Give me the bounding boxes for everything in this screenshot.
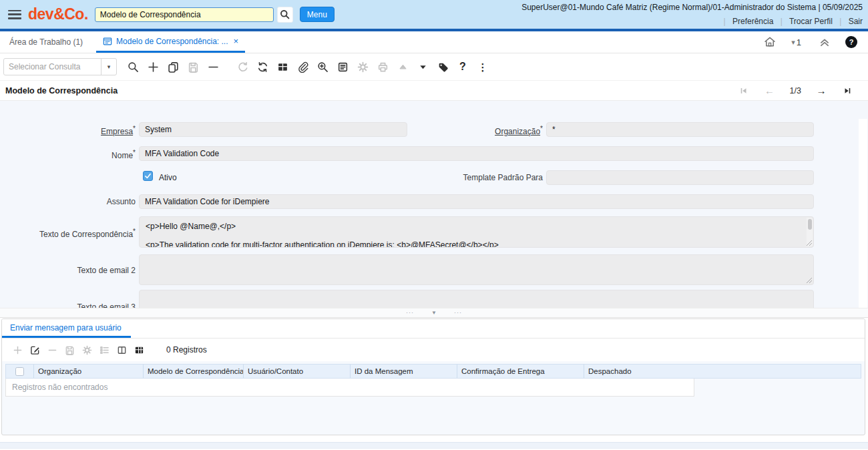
- grid-toggle-button[interactable]: [274, 59, 290, 75]
- find-record-button[interactable]: [125, 59, 141, 75]
- delete-record-button[interactable]: [205, 59, 221, 75]
- parent-record-button[interactable]: [395, 59, 411, 75]
- column-header[interactable]: Modelo de Correspondência: [144, 365, 244, 378]
- organizacao-label: Organização*: [409, 125, 543, 136]
- collapse-header-button[interactable]: [819, 36, 831, 48]
- preference-link[interactable]: Preferência: [732, 17, 773, 26]
- menu-button[interactable]: Menu: [300, 7, 335, 22]
- tab-label: Modelo de Correspondência: ...: [116, 37, 228, 46]
- chevron-down-icon[interactable]: ▾: [101, 59, 116, 75]
- resize-grip-icon[interactable]: [807, 278, 812, 283]
- previous-record-button[interactable]: ←: [764, 85, 776, 95]
- kebab-icon: ⋮: [478, 62, 488, 72]
- empty-grid-message: Registros não encontrados: [5, 379, 694, 397]
- home-icon: [763, 35, 777, 49]
- print-button[interactable]: [375, 59, 391, 75]
- splitter-dots-icon: ···: [406, 310, 414, 316]
- triangle-down-icon: [418, 62, 428, 72]
- attachment-button[interactable]: [294, 59, 310, 75]
- record-pagination: ← 1/3 →: [738, 85, 853, 95]
- template-padrao-field[interactable]: [546, 170, 814, 185]
- query-select[interactable]: Selecionar Consulta ▾: [3, 58, 117, 75]
- page-title: Modelo de Correspondência: [5, 86, 118, 95]
- copy-icon: [168, 61, 179, 73]
- copy-record-button[interactable]: [165, 59, 181, 75]
- assunto-field[interactable]: MFA Validation Code for iDempiere: [139, 194, 814, 209]
- empresa-field[interactable]: System: [139, 122, 407, 137]
- toggle-grid-button[interactable]: [133, 344, 145, 356]
- undo-button[interactable]: [234, 59, 250, 75]
- paperclip-icon: [297, 61, 308, 73]
- chat-log-button[interactable]: [335, 59, 351, 75]
- change-role-link[interactable]: Trocar Perfil: [789, 17, 833, 26]
- ativo-checkbox[interactable]: [143, 171, 153, 181]
- desktop-tabbar: Área de Trabalho (1) Modelo de Correspon…: [0, 31, 868, 53]
- first-record-button[interactable]: [738, 86, 750, 95]
- form-scrollbar[interactable]: [859, 119, 867, 308]
- nome-label: Nome*: [2, 149, 136, 160]
- query-select-placeholder: Selecionar Consulta: [4, 59, 101, 75]
- process-button[interactable]: [355, 59, 371, 75]
- search-icon: [128, 61, 139, 73]
- close-tab-icon[interactable]: ×: [234, 36, 239, 46]
- tab-workspace[interactable]: Área de Trabalho (1): [0, 31, 93, 53]
- nome-field[interactable]: MFA Validation Code: [139, 146, 814, 161]
- save-button[interactable]: [185, 59, 201, 75]
- split-view-button[interactable]: [116, 344, 128, 356]
- process-row-button[interactable]: [81, 344, 93, 356]
- refresh-button[interactable]: [254, 59, 270, 75]
- tab-active-window[interactable]: Modelo de Correspondência: ... ×: [96, 31, 245, 53]
- window-icon: [103, 37, 112, 46]
- record-form: Empresa* System Organização* * Nome* MFA…: [0, 101, 868, 308]
- column-header[interactable]: Confirmação de Entrega: [457, 365, 584, 378]
- select-all-checkbox[interactable]: [15, 367, 24, 376]
- home-button[interactable]: [763, 35, 777, 49]
- hamburger-menu-icon[interactable]: [8, 10, 21, 19]
- column-header[interactable]: ID da Mensagem: [351, 365, 457, 378]
- more-actions-button[interactable]: ⋮: [475, 59, 491, 75]
- help-button[interactable]: ?: [845, 36, 857, 48]
- detail-record-button[interactable]: [415, 59, 431, 75]
- tab-enviar-mensagem[interactable]: Enviar mensagem para usuário: [2, 319, 131, 338]
- texto-textarea[interactable]: <p>Hello @Name@,</p> <p>The validation c…: [139, 216, 814, 248]
- global-search-input[interactable]: [95, 7, 274, 22]
- search-button[interactable]: [277, 7, 293, 23]
- question-icon: ?: [459, 61, 466, 72]
- edit-row-button[interactable]: [29, 344, 41, 356]
- delete-row-button[interactable]: [46, 344, 58, 356]
- select-all-cell: [6, 365, 34, 378]
- last-page-icon: [843, 86, 852, 95]
- customize-grid-button[interactable]: [98, 344, 110, 356]
- add-row-button[interactable]: [11, 344, 23, 356]
- texto2-textarea[interactable]: [139, 254, 814, 285]
- last-record-button[interactable]: [841, 86, 853, 95]
- panel-splitter[interactable]: ··· ▼ ···: [0, 308, 868, 318]
- column-header[interactable]: Despachado: [584, 365, 861, 378]
- template-padrao-label: Template Padrão Para: [409, 173, 543, 182]
- record-position: 1/3: [790, 86, 801, 95]
- logout-link[interactable]: Sair: [849, 17, 863, 26]
- splitter-collapse-icon[interactable]: ▼: [431, 310, 437, 316]
- chevron-down-icon: ▾: [791, 38, 795, 47]
- texto3-textarea[interactable]: [139, 290, 814, 308]
- undo-icon: [237, 61, 248, 73]
- window-help-button[interactable]: ?: [455, 59, 471, 75]
- zoom-in-icon: [317, 61, 329, 73]
- next-record-button[interactable]: →: [815, 85, 827, 95]
- label-button[interactable]: [435, 59, 451, 75]
- column-header[interactable]: Usuário/Contato: [244, 365, 351, 378]
- detail-tabbar: Enviar mensagem para usuário: [2, 319, 865, 339]
- grid-icon: [134, 345, 144, 355]
- window-toolbar: Selecionar Consulta ▾: [0, 53, 868, 80]
- records-count: 0 Registros: [166, 345, 207, 355]
- columns-icon: [117, 345, 127, 355]
- save-row-button[interactable]: [63, 344, 75, 356]
- resize-grip-icon[interactable]: [807, 240, 812, 246]
- organizacao-field[interactable]: *: [546, 122, 814, 137]
- check-icon: [144, 172, 152, 180]
- open-windows-dropdown[interactable]: ▾ 1: [791, 37, 801, 47]
- zoom-across-button[interactable]: [314, 59, 331, 75]
- column-header[interactable]: Organização: [34, 365, 144, 378]
- new-record-button[interactable]: [145, 59, 161, 75]
- user-session-info: SuperUser@01-Mundo Café Matriz (Regime N…: [521, 3, 863, 12]
